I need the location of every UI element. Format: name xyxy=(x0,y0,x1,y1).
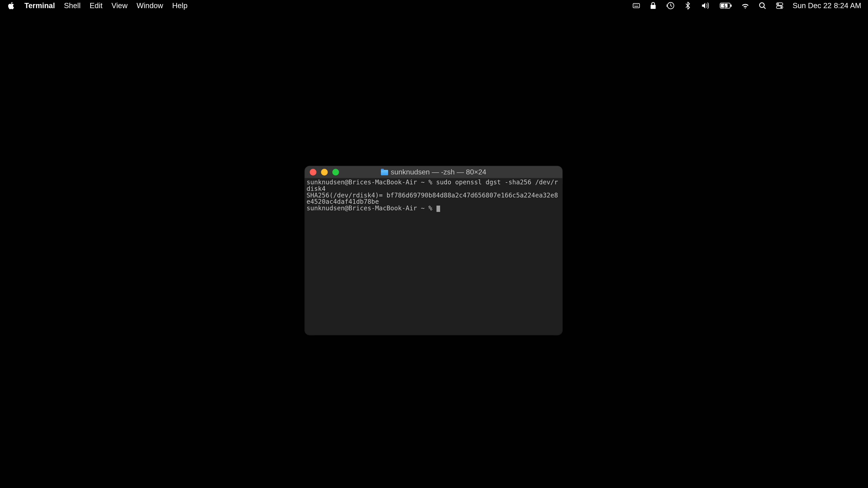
search-icon[interactable] xyxy=(758,1,767,10)
terminal-title-container: sunknudsen — -zsh — 80×24 xyxy=(305,168,562,176)
menu-help[interactable]: Help xyxy=(172,1,188,10)
bluetooth-icon[interactable] xyxy=(684,1,692,10)
menubar-right: Sun Dec 22 8:24 AM xyxy=(632,1,861,10)
volume-icon[interactable] xyxy=(701,1,711,10)
terminal-cursor xyxy=(436,205,440,212)
svg-point-14 xyxy=(780,6,782,8)
menu-app-name[interactable]: Terminal xyxy=(24,1,55,10)
menubar-left: Terminal Shell Edit View Window Help xyxy=(7,1,188,10)
close-button[interactable] xyxy=(310,169,316,175)
svg-rect-7 xyxy=(731,4,732,7)
svg-line-10 xyxy=(764,7,766,8)
terminal-titlebar[interactable]: sunknudsen — -zsh — 80×24 xyxy=(305,166,562,178)
terminal-line: sunknudsen@Brices-MacBook-Air ~ % sudo o… xyxy=(307,179,561,192)
menu-view[interactable]: View xyxy=(112,1,127,10)
terminal-window[interactable]: sunknudsen — -zsh — 80×24 sunknudsen@Bri… xyxy=(305,166,562,335)
terminal-prompt: sunknudsen@Brices-MacBook-Air ~ % xyxy=(307,204,436,212)
svg-point-12 xyxy=(777,3,779,5)
menubar-date: Sun Dec 22 xyxy=(793,1,831,10)
menu-edit[interactable]: Edit xyxy=(90,1,102,10)
wifi-icon[interactable] xyxy=(741,1,749,10)
svg-rect-0 xyxy=(633,4,640,8)
menubar-datetime[interactable]: Sun Dec 22 8:24 AM xyxy=(793,1,861,10)
battery-icon[interactable] xyxy=(720,1,733,10)
terminal-title: sunknudsen — -zsh — 80×24 xyxy=(391,168,486,176)
maximize-button[interactable] xyxy=(332,169,339,175)
terminal-body[interactable]: sunknudsen@Brices-MacBook-Air ~ % sudo o… xyxy=(305,178,562,335)
menubar: Terminal Shell Edit View Window Help xyxy=(0,0,868,11)
terminal-line: SHA256(/dev/rdisk4)= bf786d69790b84d88a2… xyxy=(307,192,561,205)
lock-icon[interactable] xyxy=(649,1,658,10)
time-machine-icon[interactable] xyxy=(666,1,675,10)
folder-icon xyxy=(381,169,388,175)
traffic-lights xyxy=(310,169,339,175)
minimize-button[interactable] xyxy=(321,169,328,175)
control-center-icon[interactable] xyxy=(775,1,784,10)
keyboard-brightness-icon[interactable] xyxy=(632,1,641,10)
apple-logo-icon[interactable] xyxy=(7,1,16,10)
menu-window[interactable]: Window xyxy=(136,1,163,10)
menubar-time: 8:24 AM xyxy=(834,1,861,10)
menu-shell[interactable]: Shell xyxy=(64,1,81,10)
